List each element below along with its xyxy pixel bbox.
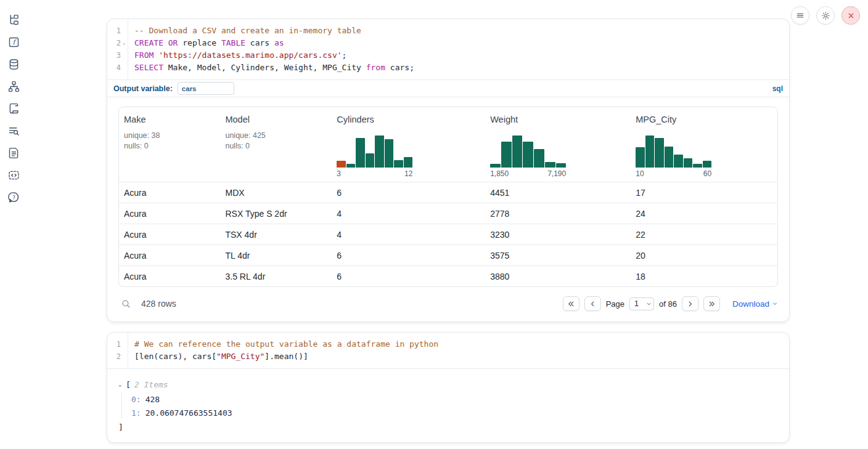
- column-header-model[interactable]: Model unique: 425 nulls: 0: [220, 107, 326, 182]
- settings-button[interactable]: [816, 6, 835, 25]
- open-bracket: [: [126, 378, 131, 391]
- cell-model: TSX 4dr: [220, 230, 326, 240]
- weight-histogram: 1,850 7,190: [490, 136, 566, 178]
- logs-icon[interactable]: [7, 124, 20, 137]
- column-stats: unique: 425 nulls: 0: [225, 131, 321, 152]
- code-line: [len(cars), cars["MPG_City"].mean()]: [134, 350, 789, 363]
- language-badge: sql: [772, 84, 783, 93]
- cell-weight: 4451: [479, 188, 624, 198]
- cell-make: Acura: [119, 230, 220, 240]
- documentation-icon[interactable]: [7, 147, 20, 160]
- page-select[interactable]: 1: [629, 297, 654, 310]
- snippets-icon[interactable]: [7, 169, 20, 182]
- sql-code-area[interactable]: -- Download a CSV and create an in-memor…: [128, 19, 789, 79]
- close-icon: [847, 12, 855, 20]
- hist-min-label: 1,850: [490, 169, 509, 178]
- mpg-city-histogram: 10 60: [636, 136, 711, 178]
- cell-mpg-city: 18: [624, 272, 777, 281]
- cylinders-histogram: 3 12: [337, 136, 412, 178]
- line-number: 1: [112, 338, 121, 350]
- entry-value: 20.060747663551403: [145, 407, 232, 419]
- hist-max-label: 7,190: [547, 169, 566, 178]
- output-variable-input[interactable]: [178, 82, 234, 95]
- python-gutter: 1 2: [107, 333, 128, 368]
- data-sources-icon[interactable]: [7, 58, 20, 71]
- hist-min-label: 10: [636, 169, 644, 178]
- tree-body: 0: 428 1: 20.060747663551403: [121, 392, 778, 419]
- table-row[interactable]: Acura TSX 4dr 4 3230 22: [119, 224, 777, 245]
- column-name: Make: [124, 115, 215, 124]
- cell-weight: 3230: [479, 230, 624, 240]
- svg-text:f: f: [12, 38, 17, 46]
- column-header-weight[interactable]: Weight 1,850 7,190: [479, 107, 624, 182]
- output-variable-label: Output variable:: [113, 84, 173, 93]
- python-output-region: ⌄ [ 2 Items 0: 428 1: 20.060747663551403…: [107, 368, 789, 442]
- gear-icon: [821, 11, 830, 20]
- svg-text:?: ?: [12, 195, 15, 201]
- row-count: 428 rows: [141, 299, 176, 309]
- hamburger-icon: [796, 11, 805, 20]
- total-pages-label: of 86: [659, 299, 677, 309]
- entry-value: 428: [145, 393, 160, 406]
- cell-cylinders: 6: [326, 251, 479, 261]
- next-page-button[interactable]: [682, 296, 698, 311]
- line-number: 1: [112, 25, 121, 37]
- file-explorer-icon[interactable]: [7, 14, 20, 26]
- column-name: Cylinders: [337, 115, 474, 124]
- table-header-row: Make unique: 38 nulls: 0 Model unique: 4…: [119, 107, 777, 182]
- variables-icon[interactable]: f: [7, 36, 20, 49]
- entry-key: 0:: [131, 393, 141, 406]
- cell-model: 3.5 RL 4dr: [220, 272, 326, 281]
- page-label: Page: [606, 299, 624, 309]
- table-row[interactable]: Acura TL 4dr 6 3575 20: [119, 245, 777, 265]
- table-row[interactable]: Acura MDX 6 4451 17: [119, 182, 777, 203]
- hist-max-label: 60: [703, 169, 711, 178]
- cell-make: Acura: [119, 251, 220, 261]
- collapse-chevron-icon[interactable]: ⌄: [118, 378, 126, 391]
- sql-editor: 1 2⌄ 3 4 -- Download a CSV and create an…: [107, 19, 789, 79]
- fold-chevron-icon[interactable]: ⌄: [121, 37, 128, 49]
- cell-model: MDX: [220, 188, 326, 198]
- python-code-area[interactable]: # We can reference the output variable a…: [128, 333, 789, 368]
- sql-gutter: 1 2⌄ 3 4: [107, 19, 128, 79]
- cell-cylinders: 4: [326, 230, 479, 240]
- download-button[interactable]: Download: [732, 299, 778, 309]
- hist-max-label: 12: [404, 169, 412, 178]
- topbar: [791, 6, 860, 25]
- shutdown-button[interactable]: [841, 6, 860, 25]
- search-icon[interactable]: [121, 299, 131, 309]
- cell-make: Acura: [119, 272, 220, 281]
- table-footer: 428 rows Page 1 of 86: [118, 294, 778, 313]
- cell-mpg-city: 17: [624, 188, 777, 198]
- tree-entry: 0: 428: [131, 392, 778, 406]
- download-label: Download: [732, 299, 769, 309]
- dependency-graph-icon[interactable]: [7, 80, 20, 93]
- hist-min-label: 3: [337, 169, 341, 178]
- cell-weight: 2778: [479, 209, 624, 219]
- sidebar: f: [0, 0, 27, 204]
- line-number: 4: [112, 62, 121, 74]
- column-name: Model: [225, 115, 321, 124]
- column-stats: unique: 38 nulls: 0: [124, 131, 215, 152]
- tree-entry: 1: 20.060747663551403: [131, 406, 778, 419]
- cell-model: RSX Type S 2dr: [220, 209, 326, 219]
- sql-cell: 1 2⌄ 3 4 -- Download a CSV and create an…: [107, 18, 790, 322]
- column-header-make[interactable]: Make unique: 38 nulls: 0: [119, 107, 220, 182]
- cell-mpg-city: 20: [624, 251, 777, 261]
- column-header-mpg-city[interactable]: MPG_City 10 60: [624, 107, 777, 182]
- table-row[interactable]: Acura RSX Type S 2dr 4 2778 24: [119, 203, 777, 224]
- cell-cylinders: 6: [326, 188, 479, 198]
- first-page-button[interactable]: [563, 296, 579, 311]
- code-line: CREATE OR replace TABLE cars as: [134, 37, 789, 49]
- cell-make: Acura: [119, 209, 220, 219]
- line-number: 2: [112, 350, 121, 363]
- table-row[interactable]: Acura 3.5 RL 4dr 6 3880 18: [119, 265, 777, 286]
- column-header-cylinders[interactable]: Cylinders 3 12: [326, 107, 479, 182]
- items-count-label: 2 Items: [134, 378, 168, 391]
- menu-button[interactable]: [791, 6, 809, 25]
- prev-page-button[interactable]: [584, 296, 601, 311]
- python-editor: 1 2 # We can reference the output variab…: [107, 333, 789, 368]
- scratchpad-icon[interactable]: [7, 102, 20, 115]
- help-chat-icon[interactable]: ?: [7, 191, 20, 204]
- last-page-button[interactable]: [703, 296, 720, 311]
